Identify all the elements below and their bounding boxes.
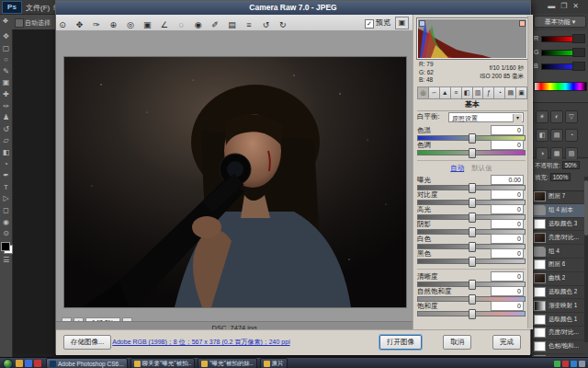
- blue-slider[interactable]: [541, 63, 574, 70]
- opacity-field[interactable]: 50%: [562, 161, 580, 169]
- fullscreen-toggle-icon[interactable]: ▣: [395, 17, 409, 29]
- tab-lens-icon[interactable]: ▥: [473, 86, 484, 99]
- red-value-field[interactable]: [572, 34, 585, 43]
- tray-antivirus-icon[interactable]: [554, 361, 560, 367]
- dodge-tool-icon[interactable]: ◔: [1, 159, 12, 171]
- layers-scrollbar[interactable]: [584, 177, 588, 342]
- highlights-value[interactable]: 0: [491, 204, 524, 214]
- auto-select-checkbox[interactable]: [15, 18, 24, 28]
- layer-row[interactable]: 亮度/对比...: [532, 231, 585, 245]
- layer-row[interactable]: 曲线 2: [532, 272, 585, 286]
- eraser-tool-icon[interactable]: ▱: [1, 135, 12, 147]
- white-balance-select[interactable]: 原照设置▾: [448, 112, 524, 122]
- zoom-tool-icon[interactable]: ⊙: [1, 228, 12, 240]
- brightness-adjustment-icon[interactable]: ☀: [536, 110, 548, 123]
- start-button[interactable]: [3, 359, 13, 368]
- tint-slider[interactable]: [417, 150, 526, 155]
- filter-adjustment-icon[interactable]: ▧: [565, 147, 578, 160]
- hue-adjustment-icon[interactable]: ◔: [565, 129, 578, 142]
- minimize-icon[interactable]: ▬: [548, 2, 560, 10]
- history-brush-tool-icon[interactable]: ↺: [1, 124, 12, 136]
- foreground-color-swatch[interactable]: [1, 242, 10, 251]
- tab-calibration-icon[interactable]: ◔: [494, 86, 505, 99]
- layer-row[interactable]: 图层 7: [532, 190, 585, 204]
- blacks-value[interactable]: 0: [491, 248, 524, 259]
- layer-row[interactable]: 色相/饱和...: [532, 340, 585, 354]
- move-tool-icon[interactable]: ✥: [1, 31, 12, 43]
- slider-thumb[interactable]: [469, 257, 476, 267]
- levels-adjustment-icon[interactable]: ◐: [550, 110, 563, 123]
- taskbar-item-photoshop[interactable]: Adobe Photoshop CS6...: [46, 358, 128, 368]
- photo-preview[interactable]: [63, 56, 407, 308]
- layer-row[interactable]: 选取颜色 2: [532, 286, 585, 300]
- workflow-options-link[interactable]: Adobe RGB (1998)；8 位；567 x 378 (0.2 百万像素…: [56, 338, 346, 347]
- layer-row[interactable]: 图层 6: [532, 259, 585, 272]
- color-spectrum-ramp[interactable]: [534, 82, 587, 91]
- tab-tone-curve-icon[interactable]: ∽: [429, 86, 440, 99]
- taskbar-item-folder-3[interactable]: 原片: [260, 358, 288, 368]
- dropdown-arrow-icon[interactable]: ▾: [513, 114, 522, 122]
- taskbar-item-folder-1[interactable]: 聊天要"曝光"被拍..: [130, 358, 196, 368]
- tray-alert-icon[interactable]: [562, 361, 569, 367]
- vibrance-adjustment-icon[interactable]: ▤: [550, 129, 563, 142]
- quick-mask-icon[interactable]: ☰: [1, 255, 12, 267]
- exposure-value[interactable]: 0.00: [491, 175, 524, 185]
- scrollbar-thumb[interactable]: [584, 180, 588, 236]
- saturation-slider[interactable]: [417, 311, 526, 316]
- tray-volume-icon[interactable]: [579, 361, 585, 367]
- marquee-tool-icon[interactable]: ▢: [1, 43, 12, 55]
- close-icon[interactable]: ✕: [572, 2, 584, 10]
- pen-tool-icon[interactable]: ✒: [1, 170, 12, 182]
- layer-row[interactable]: 选取颜色 3: [532, 218, 585, 232]
- clarity-value[interactable]: 0: [491, 271, 524, 282]
- exposure-adjustment-icon[interactable]: ◧: [536, 129, 548, 142]
- shadows-value[interactable]: 0: [491, 219, 524, 229]
- auto-link[interactable]: 自动: [450, 164, 464, 172]
- curves-adjustment-icon[interactable]: ▽: [565, 110, 578, 123]
- quicklaunch-media-icon[interactable]: [34, 360, 41, 367]
- path-select-tool-icon[interactable]: ▷: [1, 193, 12, 205]
- gradient-tool-icon[interactable]: ◧: [1, 147, 12, 159]
- layer-row-selected[interactable]: 组 4 副本: [532, 204, 585, 218]
- tab-hsl-icon[interactable]: ≡: [451, 86, 462, 99]
- tab-detail-icon[interactable]: ▲: [440, 86, 451, 99]
- layer-row[interactable]: 渐变映射 1: [532, 299, 585, 313]
- taskbar-item-folder-2[interactable]: "曝光"被拍的妹..: [198, 358, 256, 368]
- fill-field[interactable]: 100%: [550, 173, 571, 181]
- layer-row[interactable]: 亮度/对比...: [532, 327, 585, 340]
- balance-adjustment-icon[interactable]: ◑: [536, 147, 548, 160]
- layer-row[interactable]: 选取颜色 1: [532, 313, 585, 327]
- tab-basic-icon[interactable]: ◎: [417, 86, 429, 99]
- healing-tool-icon[interactable]: ✚: [1, 89, 12, 101]
- tab-presets-icon[interactable]: ▤: [505, 86, 516, 99]
- bw-adjustment-icon[interactable]: ▦: [550, 147, 563, 160]
- vibrance-value[interactable]: 0: [491, 286, 524, 296]
- whites-value[interactable]: 0: [491, 234, 524, 244]
- histogram[interactable]: [417, 18, 527, 59]
- workspace-switcher[interactable]: 基本功能 ▾: [534, 16, 586, 28]
- quick-select-tool-icon[interactable]: ✎: [1, 66, 12, 78]
- hand-tool-icon[interactable]: ◉: [1, 217, 12, 229]
- color-swatches[interactable]: [1, 242, 12, 253]
- tint-value[interactable]: 0: [491, 140, 524, 150]
- tab-effects-icon[interactable]: ƒ: [483, 86, 494, 99]
- done-button[interactable]: 完成: [492, 335, 521, 350]
- tab-split-toning-icon[interactable]: ◧: [462, 86, 473, 99]
- brush-tool-icon[interactable]: ✑: [1, 101, 12, 113]
- default-link[interactable]: 默认值: [471, 164, 492, 172]
- shape-tool-icon[interactable]: ◻: [1, 205, 12, 217]
- menu-file[interactable]: 文件(F): [26, 3, 50, 13]
- slider-thumb[interactable]: [469, 309, 476, 319]
- crop-tool-icon[interactable]: ▣: [1, 77, 12, 89]
- restore-icon[interactable]: ❐: [560, 2, 572, 10]
- green-value-field[interactable]: [572, 48, 585, 57]
- blacks-slider[interactable]: [417, 259, 526, 264]
- type-tool-icon[interactable]: T: [1, 182, 12, 194]
- slider-thumb[interactable]: [469, 148, 476, 158]
- temperature-value[interactable]: 0: [491, 125, 524, 135]
- tab-snapshots-icon[interactable]: ▣: [516, 86, 527, 99]
- cancel-button[interactable]: 取消: [443, 335, 471, 350]
- highlight-clipping-indicator[interactable]: [519, 20, 526, 27]
- red-slider[interactable]: [541, 36, 574, 42]
- panel-scrollbar[interactable]: [527, 16, 532, 328]
